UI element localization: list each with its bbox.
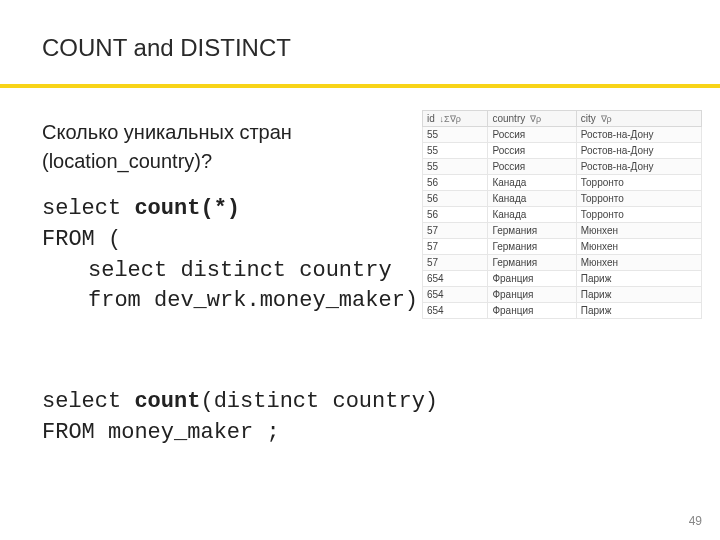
- cell-city: Ростов-на-Дону: [576, 127, 701, 143]
- col-header-city: city ∇ρ: [576, 111, 701, 127]
- filter-icon: ∇ρ: [530, 114, 541, 124]
- cell-city: Париж: [576, 271, 701, 287]
- table-row: 654ФранцияПариж: [423, 287, 702, 303]
- code1-l2: FROM (: [42, 227, 121, 252]
- cell-id: 56: [423, 191, 488, 207]
- cell-city: Торронто: [576, 191, 701, 207]
- divider: [0, 84, 720, 88]
- code1-l4a: from dev_wrk.money_maker): [88, 288, 431, 313]
- cell-id: 57: [423, 255, 488, 271]
- cell-country: Германия: [488, 223, 576, 239]
- question-text: Сколько уникальных стран (location_count…: [42, 118, 382, 176]
- col-header-country-label: country: [492, 113, 525, 124]
- cell-country: Франция: [488, 287, 576, 303]
- data-table: id ↓Σ∇ρ country ∇ρ city ∇ρ 55РоссияРосто…: [422, 110, 702, 319]
- code2-l1c: (distinct country): [200, 389, 438, 414]
- cell-id: 654: [423, 287, 488, 303]
- cell-country: Россия: [488, 127, 576, 143]
- code2-l1b: count: [134, 389, 200, 414]
- table-header-row: id ↓Σ∇ρ country ∇ρ city ∇ρ: [423, 111, 702, 127]
- page-title: COUNT and DISTINCT: [42, 34, 678, 62]
- table-row: 57ГерманияМюнхен: [423, 239, 702, 255]
- cell-country: Германия: [488, 239, 576, 255]
- cell-city: Париж: [576, 303, 701, 319]
- table-row: 654ФранцияПариж: [423, 303, 702, 319]
- cell-id: 55: [423, 127, 488, 143]
- table-row: 57ГерманияМюнхен: [423, 223, 702, 239]
- cell-country: Россия: [488, 159, 576, 175]
- cell-city: Ростов-на-Дону: [576, 159, 701, 175]
- table: id ↓Σ∇ρ country ∇ρ city ∇ρ 55РоссияРосто…: [422, 110, 702, 319]
- cell-country: Канада: [488, 175, 576, 191]
- table-row: 56КанадаТорронто: [423, 191, 702, 207]
- question-line2: (location_country)?: [42, 150, 212, 172]
- cell-id: 654: [423, 271, 488, 287]
- cell-country: Канада: [488, 207, 576, 223]
- cell-city: Торронто: [576, 207, 701, 223]
- cell-city: Париж: [576, 287, 701, 303]
- col-header-id: id ↓Σ∇ρ: [423, 111, 488, 127]
- code2-l1a: select: [42, 389, 134, 414]
- code-block-2: select count(distinct country) FROM mone…: [42, 387, 678, 449]
- cell-city: Мюнхен: [576, 223, 701, 239]
- code1-l1a: select: [42, 196, 134, 221]
- cell-country: Россия: [488, 143, 576, 159]
- table-row: 55РоссияРостов-на-Дону: [423, 159, 702, 175]
- sort-filter-icon: ↓Σ∇ρ: [440, 114, 461, 124]
- table-body: 55РоссияРостов-на-Дону55РоссияРостов-на-…: [423, 127, 702, 319]
- cell-id: 56: [423, 175, 488, 191]
- cell-id: 57: [423, 223, 488, 239]
- cell-city: Ростов-на-Дону: [576, 143, 701, 159]
- cell-id: 55: [423, 159, 488, 175]
- cell-city: Мюнхен: [576, 255, 701, 271]
- table-row: 654ФранцияПариж: [423, 271, 702, 287]
- table-row: 55РоссияРостов-на-Дону: [423, 127, 702, 143]
- col-header-id-label: id: [427, 113, 435, 124]
- table-row: 56КанадаТорронто: [423, 175, 702, 191]
- table-row: 56КанадаТорронто: [423, 207, 702, 223]
- code1-l1b: count(*): [134, 196, 240, 221]
- cell-city: Торронто: [576, 175, 701, 191]
- page-number: 49: [689, 514, 702, 528]
- cell-id: 654: [423, 303, 488, 319]
- question-line1: Сколько уникальных стран: [42, 121, 292, 143]
- code2-l2: FROM money_maker ;: [42, 420, 280, 445]
- cell-id: 55: [423, 143, 488, 159]
- cell-country: Франция: [488, 303, 576, 319]
- col-header-city-label: city: [581, 113, 596, 124]
- cell-country: Франция: [488, 271, 576, 287]
- cell-id: 56: [423, 207, 488, 223]
- filter-icon: ∇ρ: [601, 114, 612, 124]
- cell-id: 57: [423, 239, 488, 255]
- cell-city: Мюнхен: [576, 239, 701, 255]
- cell-country: Германия: [488, 255, 576, 271]
- cell-country: Канада: [488, 191, 576, 207]
- table-row: 55РоссияРостов-на-Дону: [423, 143, 702, 159]
- col-header-country: country ∇ρ: [488, 111, 576, 127]
- slide: COUNT and DISTINCT Сколько уникальных ст…: [0, 0, 720, 540]
- table-row: 57ГерманияМюнхен: [423, 255, 702, 271]
